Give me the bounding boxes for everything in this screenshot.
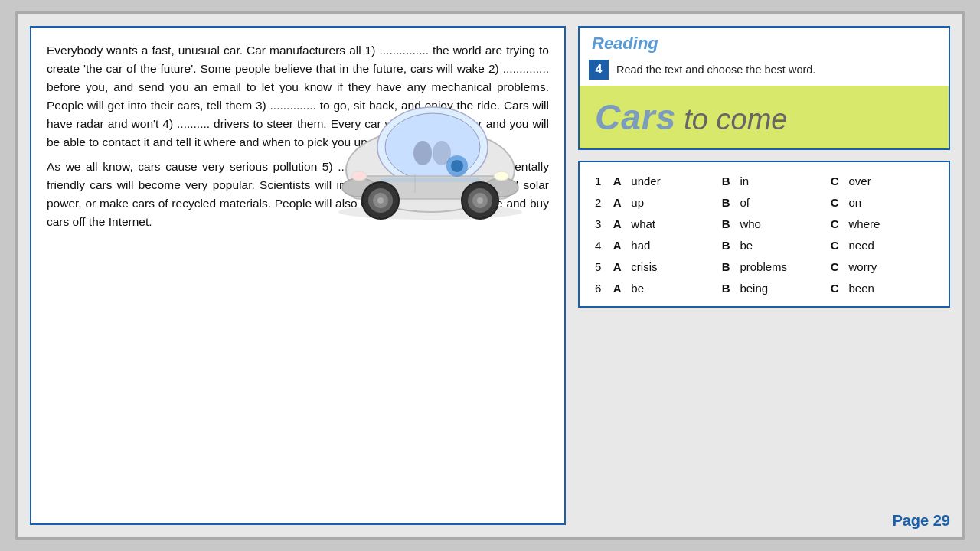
col-a-letter: A [610, 213, 629, 234]
svg-rect-7 [381, 178, 480, 182]
table-row: 4 A had B be C need [592, 234, 936, 256]
page-number: Page 29 [892, 512, 950, 530]
instruction-row: 4 Read the text and choose the best word… [580, 57, 949, 86]
svg-point-21 [413, 141, 432, 165]
page-container: Everybody wants a fast, unusual car. Car… [15, 11, 965, 540]
number-badge: 4 [589, 60, 609, 80]
col-b-letter: B [719, 234, 737, 256]
col-c-letter: C [828, 277, 846, 298]
col-c-word: need [846, 234, 937, 256]
row-number: 6 [592, 277, 610, 298]
to-come-label: to come [684, 103, 787, 136]
col-a-word: had [628, 234, 718, 256]
col-b-word: be [737, 234, 827, 256]
col-c-word: on [846, 191, 937, 213]
table-row: 1 A under B in C over [592, 170, 936, 191]
col-c-word: where [846, 213, 937, 234]
right-panel: Reading 4 Read the text and choose the b… [578, 26, 950, 525]
table-row: 2 A up B of C on [592, 191, 936, 213]
col-a-word: under [628, 170, 718, 191]
choices-table: 1 A under B in C over 2 A up B of C on 3… [592, 170, 936, 298]
car-image [319, 70, 541, 223]
col-b-letter: B [719, 191, 737, 213]
svg-point-9 [451, 160, 463, 172]
col-b-word: who [737, 213, 827, 234]
table-row: 6 A be B being C been [592, 277, 936, 298]
svg-point-11 [351, 171, 367, 181]
col-a-word: be [628, 277, 718, 298]
reading-instruction: Read the text and choose the best word. [616, 64, 815, 76]
svg-point-22 [433, 141, 451, 165]
col-a-letter: A [610, 277, 629, 298]
reading-box: Reading 4 Read the text and choose the b… [578, 26, 950, 150]
col-a-letter: A [610, 256, 629, 277]
col-c-letter: C [828, 170, 846, 191]
col-b-letter: B [719, 277, 737, 298]
table-row: 3 A what B who C where [592, 213, 936, 234]
choices-box: 1 A under B in C over 2 A up B of C on 3… [578, 161, 950, 308]
svg-point-10 [494, 171, 509, 181]
left-panel: Everybody wants a fast, unusual car. Car… [30, 26, 566, 525]
col-a-letter: A [610, 170, 629, 191]
col-c-word: been [846, 277, 937, 298]
row-number: 5 [592, 256, 610, 277]
col-a-letter: A [610, 234, 629, 256]
col-b-word: of [737, 191, 827, 213]
table-row: 5 A crisis B problems C worry [592, 256, 936, 277]
col-a-word: what [628, 213, 718, 234]
col-c-word: over [846, 170, 937, 191]
col-b-word: being [737, 277, 827, 298]
row-number: 1 [592, 170, 610, 191]
col-b-letter: B [719, 213, 737, 234]
row-number: 3 [592, 213, 610, 234]
col-c-letter: C [828, 191, 846, 213]
reading-title: Reading [580, 28, 949, 57]
svg-point-19 [477, 197, 483, 204]
row-number: 4 [592, 234, 610, 256]
col-b-letter: B [719, 256, 737, 277]
col-c-letter: C [828, 234, 846, 256]
cars-label: Cars [595, 96, 676, 138]
cars-banner: Cars to come [580, 86, 949, 148]
row-number: 2 [592, 191, 610, 213]
col-c-letter: C [828, 213, 846, 234]
col-b-letter: B [719, 170, 737, 191]
col-a-word: up [628, 191, 718, 213]
col-c-word: worry [846, 256, 937, 277]
col-a-word: crisis [628, 256, 718, 277]
svg-point-15 [377, 197, 384, 204]
col-b-word: in [737, 170, 827, 191]
col-a-letter: A [610, 191, 629, 213]
col-c-letter: C [828, 256, 846, 277]
col-b-word: problems [737, 256, 827, 277]
